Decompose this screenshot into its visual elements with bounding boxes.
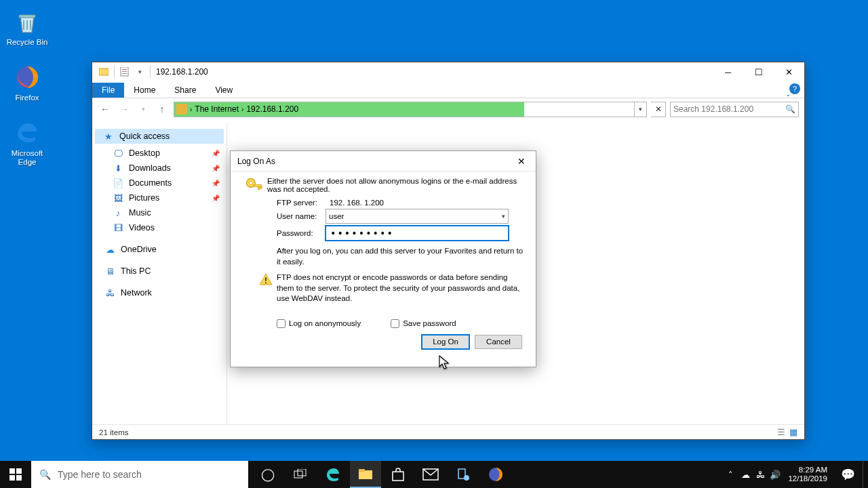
- onedrive-icon: ☁: [104, 244, 115, 255]
- svg-rect-20: [294, 471, 302, 478]
- sidebar-label: Music: [129, 208, 151, 218]
- desktop-icon-label: Firefox: [3, 94, 52, 103]
- chevron-down-icon[interactable]: ▾: [502, 213, 505, 220]
- tab-file[interactable]: File: [92, 83, 124, 98]
- svg-rect-12: [258, 187, 260, 190]
- tab-share[interactable]: Share: [165, 83, 205, 98]
- password-label: Password:: [277, 229, 326, 237]
- system-tray: ˄ ☁ 🖧 🔊 8:29 AM 12/18/2019 💬: [723, 461, 868, 488]
- taskbar-app-firefox[interactable]: [480, 461, 511, 488]
- sidebar-desktop[interactable]: 🖵Desktop📌: [92, 146, 226, 161]
- qat-properties-icon[interactable]: [117, 64, 132, 79]
- sidebar-quick-access[interactable]: ★ Quick access: [95, 129, 224, 144]
- sidebar-this-pc[interactable]: 🖥 This PC: [92, 264, 226, 279]
- window-title: 192.168.1.200: [156, 67, 208, 77]
- help-button[interactable]: ?: [789, 83, 800, 94]
- dialog-titlebar[interactable]: Log On As ✕: [231, 151, 536, 171]
- cortana-button[interactable]: ◯: [252, 461, 283, 488]
- nav-forward-button[interactable]: →: [117, 102, 132, 117]
- taskbar-app-explorer[interactable]: [350, 461, 381, 488]
- desktop-icon-firefox[interactable]: Firefox: [3, 64, 52, 103]
- address-dropdown-button[interactable]: ▾: [634, 102, 646, 117]
- location-icon: [176, 104, 187, 115]
- tray-onedrive-icon[interactable]: ☁: [738, 470, 753, 480]
- downloads-icon: ⬇: [113, 163, 123, 174]
- dialog-close-button[interactable]: ✕: [513, 155, 530, 168]
- separator: [150, 66, 151, 78]
- svg-rect-23: [359, 469, 365, 472]
- anonymous-label: Log on anonymously: [289, 319, 361, 327]
- taskbar-app-edge[interactable]: [317, 461, 349, 488]
- search-input[interactable]: Search 192.168.1.200 🔍: [670, 102, 799, 117]
- logon-button[interactable]: Log On: [422, 335, 469, 349]
- tray-clock[interactable]: 8:29 AM 12/18/2019: [783, 466, 833, 483]
- address-bar[interactable]: › The Internet › 192.168.1.200 ▾: [174, 102, 647, 117]
- star-icon: ★: [103, 131, 114, 142]
- sidebar-pictures[interactable]: 🖼Pictures📌: [92, 190, 226, 205]
- sidebar-label: This PC: [121, 266, 151, 276]
- username-input[interactable]: user ▾: [326, 209, 509, 224]
- tray-notifications-button[interactable]: 💬: [833, 468, 863, 482]
- save-password-checkbox[interactable]: Save password: [391, 319, 456, 328]
- tab-view[interactable]: View: [205, 83, 242, 98]
- close-button[interactable]: ✕: [774, 62, 804, 81]
- sidebar-downloads[interactable]: ⬇Downloads📌: [92, 161, 226, 176]
- tray-network-icon[interactable]: 🖧: [753, 470, 768, 480]
- tab-home[interactable]: Home: [124, 83, 165, 98]
- taskbar-app-store[interactable]: [382, 461, 414, 488]
- svg-rect-6: [122, 69, 127, 70]
- sidebar-documents[interactable]: 📄Documents📌: [92, 176, 226, 190]
- sidebar-onedrive[interactable]: ☁ OneDrive: [92, 242, 226, 257]
- svg-rect-16: [9, 468, 15, 474]
- cancel-button[interactable]: Cancel: [475, 335, 522, 349]
- sidebar-videos[interactable]: 🎞Videos: [92, 220, 226, 235]
- tray-time: 8:29 AM: [788, 466, 827, 474]
- nav-up-button[interactable]: ↑: [155, 102, 170, 117]
- svg-rect-8: [122, 73, 127, 74]
- logon-dialog: Log On As ✕ Either the server does not a…: [230, 150, 536, 367]
- svg-rect-11: [254, 184, 261, 186]
- maximize-button[interactable]: ☐: [743, 62, 774, 81]
- sidebar-music[interactable]: ♪Music: [92, 205, 226, 220]
- svg-rect-1: [26, 20, 28, 30]
- titlebar[interactable]: ▾ 192.168.1.200 ─ ☐ ✕: [92, 62, 804, 81]
- taskbar-app-mail[interactable]: [415, 461, 446, 488]
- tray-volume-icon[interactable]: 🔊: [768, 470, 783, 480]
- svg-rect-19: [16, 475, 22, 481]
- view-large-button[interactable]: ▦: [789, 427, 797, 437]
- show-desktop-button[interactable]: [863, 461, 867, 488]
- username-label: User name:: [277, 212, 326, 220]
- password-input[interactable]: [326, 226, 509, 241]
- svg-point-10: [250, 182, 253, 185]
- breadcrumb-leaf[interactable]: 192.168.1.200: [246, 104, 298, 114]
- svg-point-27: [464, 475, 469, 481]
- desktop-icon-recycle-bin[interactable]: Recycle Bin: [3, 8, 52, 47]
- svg-rect-4: [99, 68, 108, 75]
- nav-back-button[interactable]: ←: [98, 102, 113, 117]
- view-details-button[interactable]: ☰: [777, 427, 785, 437]
- warning-icon: [259, 273, 273, 289]
- taskbar-app-other[interactable]: [448, 461, 479, 488]
- desktop-icon-edge[interactable]: Microsoft Edge: [3, 119, 52, 168]
- anonymous-checkbox[interactable]: Log on anonymously: [277, 319, 361, 328]
- stop-refresh-button[interactable]: ✕: [651, 102, 666, 117]
- documents-icon: 📄: [113, 178, 123, 188]
- ribbon-tabs: File Home Share View ⌄ ?: [92, 81, 804, 98]
- search-placeholder: Search 192.168.1.200: [673, 104, 753, 114]
- minimize-button[interactable]: ─: [713, 62, 743, 81]
- svg-rect-7: [122, 71, 127, 72]
- tray-chevron-up-icon[interactable]: ˄: [723, 470, 738, 480]
- username-value: user: [329, 212, 344, 220]
- taskbar: 🔍 Type here to search ◯ ˄ ☁ 🖧 🔊 8:29 AM …: [0, 461, 868, 488]
- pin-icon: 📌: [212, 180, 220, 187]
- nav-recent-dropdown[interactable]: ▾: [136, 102, 151, 117]
- qat-customize-icon[interactable]: ▾: [132, 64, 147, 79]
- breadcrumb-root[interactable]: The Internet: [195, 104, 239, 114]
- qat-app-icon[interactable]: [96, 64, 111, 79]
- firefox-icon: [14, 64, 41, 91]
- start-button[interactable]: [0, 461, 31, 488]
- taskview-button[interactable]: [285, 461, 316, 488]
- svg-rect-2: [30, 20, 31, 30]
- taskbar-search-input[interactable]: 🔍 Type here to search: [31, 461, 248, 488]
- sidebar-network[interactable]: 🖧 Network: [92, 285, 226, 300]
